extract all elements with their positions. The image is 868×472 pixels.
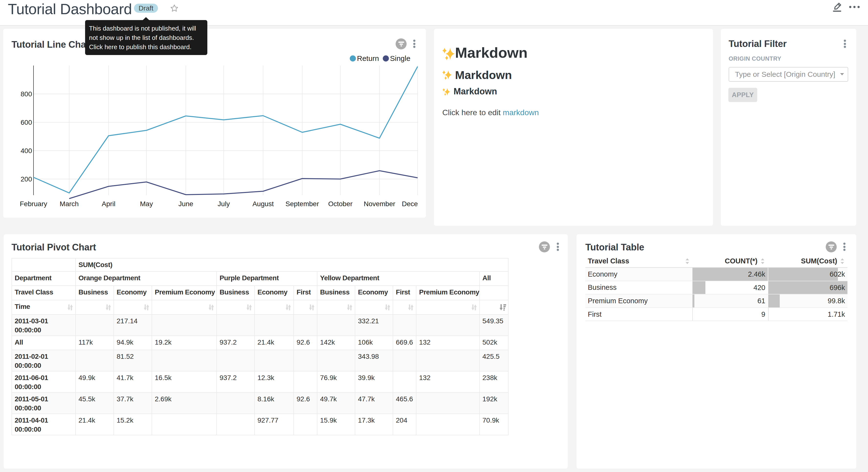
svg-text:200: 200 bbox=[21, 175, 32, 183]
svg-text:May: May bbox=[140, 200, 153, 208]
svg-text:Return: Return bbox=[357, 54, 379, 62]
svg-text:400: 400 bbox=[21, 147, 32, 154]
svg-text:600: 600 bbox=[21, 119, 32, 126]
svg-text:March: March bbox=[60, 200, 79, 208]
svg-text:September: September bbox=[286, 200, 319, 208]
svg-text:April: April bbox=[102, 200, 115, 208]
svg-text:February: February bbox=[20, 200, 47, 208]
svg-text:July: July bbox=[218, 200, 230, 208]
svg-text:June: June bbox=[179, 200, 193, 208]
svg-text:August: August bbox=[252, 200, 274, 208]
svg-text:November: November bbox=[364, 200, 395, 208]
svg-text:Single: Single bbox=[390, 54, 410, 62]
svg-text:800: 800 bbox=[21, 90, 32, 98]
svg-text:December: December bbox=[402, 200, 418, 208]
svg-text:October: October bbox=[328, 200, 352, 208]
